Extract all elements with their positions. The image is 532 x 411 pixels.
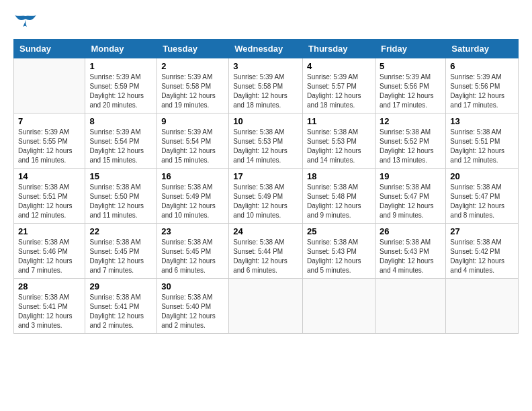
day-info: Sunrise: 5:39 AM Sunset: 5:56 PM Dayligh… [380, 73, 441, 110]
day-number: 1 [89, 61, 152, 71]
day-number: 21 [18, 226, 81, 236]
day-number: 12 [380, 116, 441, 126]
day-info: Sunrise: 5:39 AM Sunset: 5:58 PM Dayligh… [161, 73, 224, 110]
calendar-cell: 13Sunrise: 5:38 AM Sunset: 5:51 PM Dayli… [446, 113, 519, 169]
day-info: Sunrise: 5:39 AM Sunset: 5:54 PM Dayligh… [89, 128, 152, 165]
week-row-2: 7Sunrise: 5:39 AM Sunset: 5:55 PM Daylig… [14, 113, 519, 169]
calendar-cell: 20Sunrise: 5:38 AM Sunset: 5:47 PM Dayli… [446, 169, 519, 224]
calendar-cell: 12Sunrise: 5:38 AM Sunset: 5:52 PM Dayli… [375, 113, 445, 169]
calendar-cell: 29Sunrise: 5:38 AM Sunset: 5:41 PM Dayli… [85, 279, 157, 334]
day-number: 22 [89, 226, 152, 236]
calendar-cell [303, 279, 375, 334]
day-number: 27 [450, 226, 514, 236]
calendar-cell: 14Sunrise: 5:38 AM Sunset: 5:51 PM Dayli… [14, 169, 85, 224]
day-info: Sunrise: 5:38 AM Sunset: 5:52 PM Dayligh… [380, 128, 441, 165]
day-info: Sunrise: 5:39 AM Sunset: 5:57 PM Dayligh… [307, 73, 371, 110]
calendar-cell: 28Sunrise: 5:38 AM Sunset: 5:41 PM Dayli… [14, 279, 85, 334]
day-info: Sunrise: 5:38 AM Sunset: 5:50 PM Dayligh… [89, 183, 152, 220]
day-info: Sunrise: 5:39 AM Sunset: 5:56 PM Dayligh… [450, 73, 514, 110]
calendar-cell: 1Sunrise: 5:39 AM Sunset: 5:59 PM Daylig… [85, 58, 157, 113]
calendar-cell: 4Sunrise: 5:39 AM Sunset: 5:57 PM Daylig… [303, 58, 375, 113]
calendar-cell: 8Sunrise: 5:39 AM Sunset: 5:54 PM Daylig… [85, 113, 157, 169]
calendar-cell: 18Sunrise: 5:38 AM Sunset: 5:48 PM Dayli… [303, 169, 375, 224]
day-info: Sunrise: 5:38 AM Sunset: 5:49 PM Dayligh… [233, 183, 298, 220]
day-info: Sunrise: 5:39 AM Sunset: 5:55 PM Dayligh… [18, 128, 81, 165]
day-number: 30 [161, 281, 224, 291]
day-number: 18 [307, 171, 371, 181]
weekday-header-friday: Friday [375, 40, 445, 58]
day-info: Sunrise: 5:38 AM Sunset: 5:51 PM Dayligh… [450, 128, 514, 165]
logo [13, 13, 40, 32]
day-info: Sunrise: 5:38 AM Sunset: 5:43 PM Dayligh… [380, 238, 441, 275]
week-row-4: 21Sunrise: 5:38 AM Sunset: 5:46 PM Dayli… [14, 224, 519, 279]
calendar-cell [446, 279, 519, 334]
weekday-header-sunday: Sunday [14, 40, 85, 58]
day-number: 2 [161, 61, 224, 71]
logo-icon [13, 13, 38, 32]
day-number: 17 [233, 171, 298, 181]
weekday-header-tuesday: Tuesday [157, 40, 229, 58]
week-row-3: 14Sunrise: 5:38 AM Sunset: 5:51 PM Dayli… [14, 169, 519, 224]
day-info: Sunrise: 5:39 AM Sunset: 5:54 PM Dayligh… [161, 128, 224, 165]
day-info: Sunrise: 5:38 AM Sunset: 5:42 PM Dayligh… [450, 238, 514, 275]
day-number: 15 [89, 171, 152, 181]
calendar-cell: 9Sunrise: 5:39 AM Sunset: 5:54 PM Daylig… [157, 113, 229, 169]
week-row-5: 28Sunrise: 5:38 AM Sunset: 5:41 PM Dayli… [14, 279, 519, 334]
weekday-header-saturday: Saturday [446, 40, 519, 58]
day-number: 28 [18, 281, 81, 291]
day-info: Sunrise: 5:38 AM Sunset: 5:46 PM Dayligh… [18, 238, 81, 275]
day-number: 8 [89, 116, 152, 126]
day-info: Sunrise: 5:38 AM Sunset: 5:41 PM Dayligh… [18, 293, 81, 330]
day-number: 26 [380, 226, 441, 236]
page-header [13, 13, 519, 32]
day-number: 25 [307, 226, 371, 236]
day-number: 23 [161, 226, 224, 236]
day-number: 6 [450, 61, 514, 71]
day-info: Sunrise: 5:38 AM Sunset: 5:47 PM Dayligh… [380, 183, 441, 220]
calendar-cell [14, 58, 85, 113]
day-info: Sunrise: 5:38 AM Sunset: 5:45 PM Dayligh… [161, 238, 224, 275]
calendar-cell: 7Sunrise: 5:39 AM Sunset: 5:55 PM Daylig… [14, 113, 85, 169]
day-number: 5 [380, 61, 441, 71]
calendar-cell: 21Sunrise: 5:38 AM Sunset: 5:46 PM Dayli… [14, 224, 85, 279]
day-info: Sunrise: 5:38 AM Sunset: 5:51 PM Dayligh… [18, 183, 81, 220]
calendar-cell: 26Sunrise: 5:38 AM Sunset: 5:43 PM Dayli… [375, 224, 445, 279]
day-info: Sunrise: 5:38 AM Sunset: 5:53 PM Dayligh… [233, 128, 298, 165]
day-number: 19 [380, 171, 441, 181]
day-info: Sunrise: 5:38 AM Sunset: 5:45 PM Dayligh… [89, 238, 152, 275]
calendar-cell: 6Sunrise: 5:39 AM Sunset: 5:56 PM Daylig… [446, 58, 519, 113]
calendar-cell: 25Sunrise: 5:38 AM Sunset: 5:43 PM Dayli… [303, 224, 375, 279]
calendar-table: SundayMondayTuesdayWednesdayThursdayFrid… [13, 39, 519, 334]
day-number: 11 [307, 116, 371, 126]
day-number: 24 [233, 226, 298, 236]
day-number: 9 [161, 116, 224, 126]
day-info: Sunrise: 5:39 AM Sunset: 5:59 PM Dayligh… [89, 73, 152, 110]
day-number: 14 [18, 171, 81, 181]
calendar-cell [375, 279, 445, 334]
day-number: 13 [450, 116, 514, 126]
calendar-cell: 19Sunrise: 5:38 AM Sunset: 5:47 PM Dayli… [375, 169, 445, 224]
day-info: Sunrise: 5:38 AM Sunset: 5:41 PM Dayligh… [89, 293, 152, 330]
day-number: 20 [450, 171, 514, 181]
calendar-cell: 2Sunrise: 5:39 AM Sunset: 5:58 PM Daylig… [157, 58, 229, 113]
day-number: 29 [89, 281, 152, 291]
calendar-cell: 24Sunrise: 5:38 AM Sunset: 5:44 PM Dayli… [229, 224, 303, 279]
day-info: Sunrise: 5:38 AM Sunset: 5:48 PM Dayligh… [307, 183, 371, 220]
day-number: 3 [233, 61, 298, 71]
week-row-1: 1Sunrise: 5:39 AM Sunset: 5:59 PM Daylig… [14, 58, 519, 113]
day-number: 7 [18, 116, 81, 126]
calendar-cell: 3Sunrise: 5:39 AM Sunset: 5:58 PM Daylig… [229, 58, 303, 113]
weekday-header-thursday: Thursday [303, 40, 375, 58]
calendar-cell [229, 279, 303, 334]
calendar-cell: 16Sunrise: 5:38 AM Sunset: 5:49 PM Dayli… [157, 169, 229, 224]
day-info: Sunrise: 5:38 AM Sunset: 5:43 PM Dayligh… [307, 238, 371, 275]
day-info: Sunrise: 5:38 AM Sunset: 5:53 PM Dayligh… [307, 128, 371, 165]
day-number: 4 [307, 61, 371, 71]
day-info: Sunrise: 5:38 AM Sunset: 5:44 PM Dayligh… [233, 238, 298, 275]
weekday-header-wednesday: Wednesday [229, 40, 303, 58]
weekday-header-monday: Monday [85, 40, 157, 58]
day-info: Sunrise: 5:39 AM Sunset: 5:58 PM Dayligh… [233, 73, 298, 110]
day-number: 16 [161, 171, 224, 181]
calendar-cell: 17Sunrise: 5:38 AM Sunset: 5:49 PM Dayli… [229, 169, 303, 224]
day-number: 10 [233, 116, 298, 126]
